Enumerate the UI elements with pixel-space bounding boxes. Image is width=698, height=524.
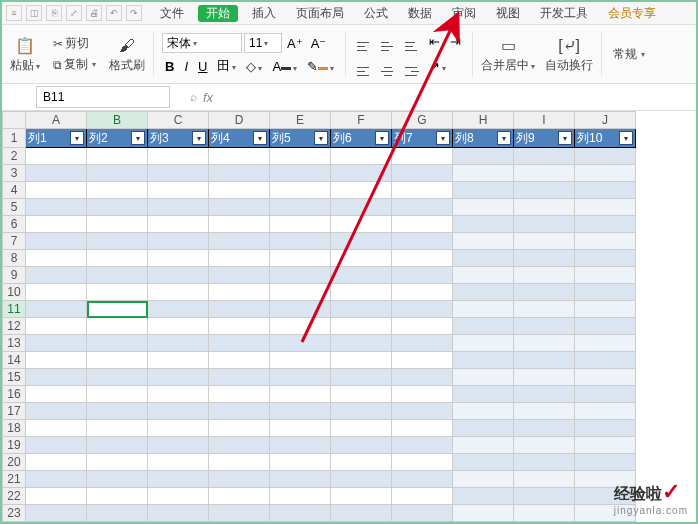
cell[interactable] <box>270 352 331 369</box>
cell[interactable] <box>270 335 331 352</box>
cell[interactable] <box>392 233 453 250</box>
column-header-G[interactable]: G <box>392 112 453 129</box>
cell[interactable] <box>453 182 514 199</box>
filter-icon[interactable]: ▾ <box>253 131 267 145</box>
cell[interactable] <box>87 505 148 522</box>
cell[interactable] <box>87 216 148 233</box>
cell[interactable] <box>514 335 575 352</box>
cell[interactable] <box>331 505 392 522</box>
cell[interactable] <box>270 250 331 267</box>
filter-icon[interactable]: ▾ <box>70 131 84 145</box>
format-painter-button[interactable]: 🖌 格式刷 <box>105 33 149 76</box>
cell[interactable] <box>575 454 636 471</box>
cell[interactable] <box>209 216 270 233</box>
cell[interactable] <box>209 471 270 488</box>
cell[interactable] <box>331 284 392 301</box>
tab-formulas[interactable]: 公式 <box>358 5 394 22</box>
orientation-button[interactable]: ↗▾ <box>426 59 449 74</box>
cell[interactable] <box>87 182 148 199</box>
column-header-D[interactable]: D <box>209 112 270 129</box>
cell[interactable] <box>270 471 331 488</box>
row-header-8[interactable]: 8 <box>3 250 26 267</box>
cell[interactable] <box>87 471 148 488</box>
cell[interactable] <box>392 318 453 335</box>
cell[interactable] <box>453 301 514 318</box>
cell[interactable] <box>209 233 270 250</box>
cell[interactable] <box>575 403 636 420</box>
cell[interactable] <box>392 199 453 216</box>
font-color-button[interactable]: A▾ <box>269 59 300 74</box>
tab-review[interactable]: 审阅 <box>446 5 482 22</box>
row-header-10[interactable]: 10 <box>3 284 26 301</box>
row-header-6[interactable]: 6 <box>3 216 26 233</box>
cell[interactable] <box>331 352 392 369</box>
cell[interactable] <box>148 233 209 250</box>
cell[interactable] <box>87 437 148 454</box>
cell[interactable] <box>575 284 636 301</box>
cell[interactable] <box>26 403 87 420</box>
fx-icon[interactable]: fx <box>203 90 213 105</box>
cell[interactable] <box>514 148 575 165</box>
row-header-5[interactable]: 5 <box>3 199 26 216</box>
cell[interactable] <box>26 318 87 335</box>
cell[interactable] <box>87 335 148 352</box>
spreadsheet-grid[interactable]: ABCDEFGHIJ1列1▾列2▾列3▾列4▾列5▾列6▾列7▾列8▾列9▾列1… <box>2 111 696 524</box>
column-header-E[interactable]: E <box>270 112 331 129</box>
row-header-7[interactable]: 7 <box>3 233 26 250</box>
filter-icon[interactable]: ▾ <box>558 131 572 145</box>
cell[interactable] <box>87 233 148 250</box>
cell[interactable] <box>87 165 148 182</box>
table-header-cell[interactable]: 列6▾ <box>331 129 392 148</box>
cell[interactable] <box>270 386 331 403</box>
row-header-16[interactable]: 16 <box>3 386 26 403</box>
cell[interactable] <box>453 437 514 454</box>
cell[interactable] <box>148 488 209 505</box>
filter-icon[interactable]: ▾ <box>436 131 450 145</box>
cell[interactable] <box>209 454 270 471</box>
row-header-22[interactable]: 22 <box>3 488 26 505</box>
column-header-I[interactable]: I <box>514 112 575 129</box>
cell[interactable] <box>453 165 514 182</box>
cell[interactable] <box>26 284 87 301</box>
cell[interactable] <box>331 165 392 182</box>
cell[interactable] <box>331 233 392 250</box>
cell[interactable] <box>575 386 636 403</box>
cell[interactable] <box>331 199 392 216</box>
cell[interactable] <box>514 471 575 488</box>
cell[interactable] <box>148 352 209 369</box>
cell[interactable] <box>453 369 514 386</box>
cell[interactable] <box>575 267 636 284</box>
cell[interactable] <box>209 318 270 335</box>
align-bottom-button[interactable] <box>402 31 422 53</box>
cell[interactable] <box>26 335 87 352</box>
cell[interactable] <box>87 301 148 318</box>
cell[interactable] <box>453 420 514 437</box>
cell[interactable] <box>453 471 514 488</box>
cell[interactable] <box>331 148 392 165</box>
cell[interactable] <box>26 165 87 182</box>
cell[interactable] <box>209 267 270 284</box>
cell[interactable] <box>453 250 514 267</box>
cell[interactable] <box>392 301 453 318</box>
cell[interactable] <box>26 233 87 250</box>
cell[interactable] <box>26 267 87 284</box>
cell[interactable] <box>575 335 636 352</box>
filter-icon[interactable]: ▾ <box>619 131 633 145</box>
table-header-cell[interactable]: 列4▾ <box>209 129 270 148</box>
cell[interactable] <box>26 386 87 403</box>
tab-page-layout[interactable]: 页面布局 <box>290 5 350 22</box>
qat-icon-menu[interactable]: ≡ <box>6 5 22 21</box>
cell[interactable] <box>392 471 453 488</box>
cell[interactable] <box>331 318 392 335</box>
cell[interactable] <box>87 352 148 369</box>
cell[interactable] <box>392 488 453 505</box>
cell[interactable] <box>514 420 575 437</box>
cell[interactable] <box>392 437 453 454</box>
cell[interactable] <box>209 148 270 165</box>
qat-icon-save[interactable]: ⤢ <box>66 5 82 21</box>
cell[interactable] <box>26 454 87 471</box>
fill-color-button[interactable]: ◇▾ <box>243 59 265 74</box>
number-format-select[interactable]: 常规▾ <box>610 44 648 65</box>
cell[interactable] <box>209 182 270 199</box>
cell[interactable] <box>87 284 148 301</box>
